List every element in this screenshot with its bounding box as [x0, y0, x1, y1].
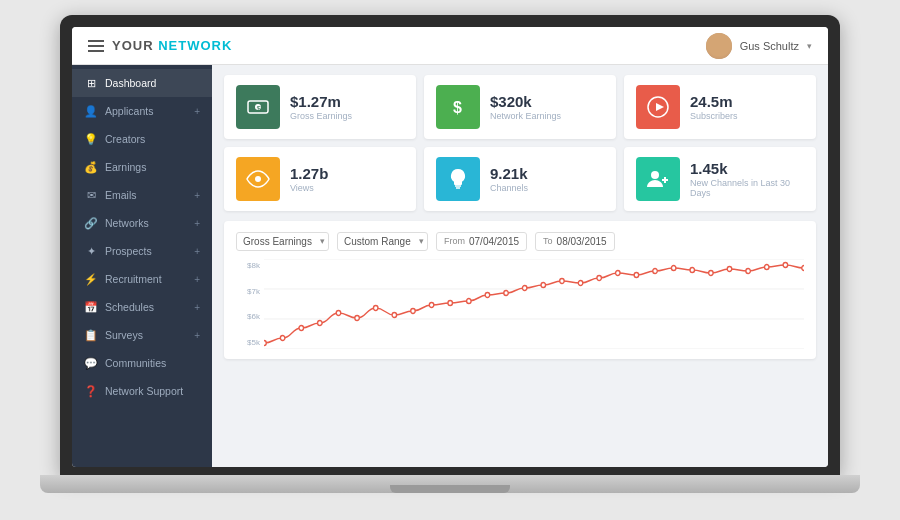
sidebar-item-prospects[interactable]: ✦ Prospects + [72, 237, 212, 265]
header-left: YOUR NETWORK [88, 38, 232, 53]
chart-dot [504, 291, 509, 296]
gross-earnings-info: $1.27m Gross Earnings [290, 93, 404, 121]
sidebar-label-surveys: Surveys [105, 329, 143, 341]
stat-card-channels: 9.21k Channels [424, 147, 616, 211]
sidebar-item-dashboard[interactable]: ⊞ Dashboard [72, 69, 212, 97]
sidebar-label-prospects: Prospects [105, 245, 152, 257]
avatar [706, 33, 732, 59]
sidebar-plus-schedules[interactable]: + [194, 302, 200, 313]
sidebar-label-creators: Creators [105, 133, 145, 145]
new-channels-value: 1.45k [690, 160, 804, 177]
subscribers-info: 24.5m Subscribers [690, 93, 804, 121]
chart-dot [392, 313, 397, 318]
chart-dot [578, 281, 583, 286]
sidebar-item-schedules[interactable]: 📅 Schedules + [72, 293, 212, 321]
chart-dot [802, 266, 804, 271]
sidebar-label-earnings: Earnings [105, 161, 146, 173]
sidebar-label-dashboard: Dashboard [105, 77, 156, 89]
sidebar-item-left: ✦ Prospects [84, 244, 152, 258]
stat-card-new-channels: 1.45k New Channels in Last 30 Days [624, 147, 816, 211]
chart-dot [485, 293, 490, 298]
sidebar-label-network-support: Network Support [105, 385, 183, 397]
sidebar-item-networks[interactable]: 🔗 Networks + [72, 209, 212, 237]
laptop-screen: YOUR NETWORK Gus Schultz ▾ [60, 15, 840, 475]
views-value: 1.27b [290, 165, 404, 182]
sidebar-plus-prospects[interactable]: + [194, 246, 200, 257]
chart-area: Gross EarningsNet EarningsViews Custom R… [224, 221, 816, 359]
chart-dot [373, 306, 378, 311]
chart-dot [671, 266, 676, 271]
chart-dot [709, 271, 714, 276]
creators-icon: 💡 [84, 132, 98, 146]
sidebar-item-emails[interactable]: ✉ Emails + [72, 181, 212, 209]
gross-earnings-icon-box: $ [236, 85, 280, 129]
chart-dot [336, 311, 341, 316]
line-chart [264, 259, 804, 349]
from-label: From [444, 236, 465, 246]
sidebar-plus-surveys[interactable]: + [194, 330, 200, 341]
sidebar-plus-emails[interactable]: + [194, 190, 200, 201]
chart-dot [522, 286, 527, 291]
app: YOUR NETWORK Gus Schultz ▾ [72, 27, 828, 467]
chart-dot [653, 269, 658, 274]
sidebar-label-applicants: Applicants [105, 105, 153, 117]
svg-text:$: $ [453, 99, 462, 116]
metric-select[interactable]: Gross EarningsNet EarningsViews [236, 232, 329, 251]
sidebar-plus-applicants[interactable]: + [194, 106, 200, 117]
views-icon-box [236, 157, 280, 201]
sidebar-item-network-support[interactable]: ❓ Network Support [72, 377, 212, 405]
chart-dot [280, 336, 285, 341]
range-select[interactable]: Custom RangeLast 7 DaysLast 30 Days [337, 232, 428, 251]
brand-name: YOUR [112, 38, 154, 53]
chevron-down-icon[interactable]: ▾ [807, 41, 812, 51]
emails-icon: ✉ [84, 188, 98, 202]
views-label: Views [290, 183, 404, 193]
prospects-icon: ✦ [84, 244, 98, 258]
chart-dot [467, 299, 472, 304]
chart-dot [690, 268, 695, 273]
chart-dot [783, 263, 788, 268]
subscribers-icon-box [636, 85, 680, 129]
gross-earnings-value: $1.27m [290, 93, 404, 110]
stat-card-gross-earnings: $ $1.27m Gross Earnings [224, 75, 416, 139]
sidebar-item-recruitment[interactable]: ⚡ Recruitment + [72, 265, 212, 293]
hamburger-button[interactable] [88, 40, 104, 52]
chart-dot [318, 321, 323, 326]
sidebar-item-left: 💰 Earnings [84, 160, 146, 174]
to-date-range: To 08/03/2015 [535, 232, 615, 251]
sidebar-item-left: ✉ Emails [84, 188, 137, 202]
y-label: $5k [236, 338, 260, 347]
subscribers-value: 24.5m [690, 93, 804, 110]
network-earnings-icon-box: $ [436, 85, 480, 129]
user-name: Gus Schultz [740, 40, 799, 52]
header-right: Gus Schultz ▾ [706, 33, 812, 59]
laptop-base [40, 475, 860, 493]
sidebar-item-earnings[interactable]: 💰 Earnings [72, 153, 212, 181]
earnings-icon: 💰 [84, 160, 98, 174]
channels-value: 9.21k [490, 165, 604, 182]
network-earnings-info: $320k Network Earnings [490, 93, 604, 121]
networks-icon: 🔗 [84, 216, 98, 230]
sidebar-plus-recruitment[interactable]: + [194, 274, 200, 285]
sidebar-plus-networks[interactable]: + [194, 218, 200, 229]
app-body: ⊞ Dashboard 👤 Applicants + 💡 Creators 💰 … [72, 65, 828, 467]
sidebar-label-schedules: Schedules [105, 301, 154, 313]
sidebar-item-applicants[interactable]: 👤 Applicants + [72, 97, 212, 125]
chart-svg-wrapper: $8k$7k$6k$5k [236, 259, 804, 349]
sidebar-item-creators[interactable]: 💡 Creators [72, 125, 212, 153]
communities-icon: 💬 [84, 356, 98, 370]
brand-accent: NETWORK [158, 38, 232, 53]
chart-dot [727, 267, 732, 272]
chart-svg [264, 259, 804, 349]
network-earnings-value: $320k [490, 93, 604, 110]
channels-label: Channels [490, 183, 604, 193]
new-channels-icon-box [636, 157, 680, 201]
sidebar-item-left: ⊞ Dashboard [84, 76, 156, 90]
chart-dot [429, 303, 434, 308]
sidebar-item-surveys[interactable]: 📋 Surveys + [72, 321, 212, 349]
chart-dot [560, 279, 565, 284]
svg-marker-5 [656, 103, 664, 111]
sidebar-item-communities[interactable]: 💬 Communities [72, 349, 212, 377]
recruitment-icon: ⚡ [84, 272, 98, 286]
chart-dot [411, 309, 416, 314]
